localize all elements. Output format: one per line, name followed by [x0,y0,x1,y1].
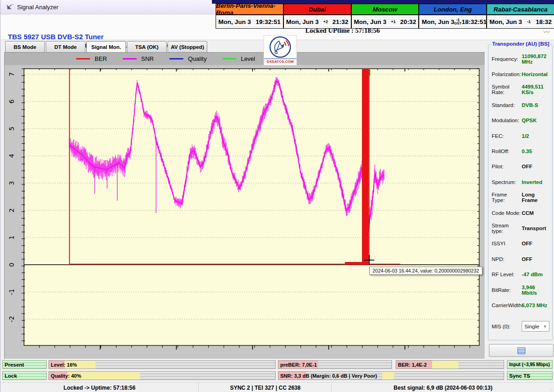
clock-city-label: London, Eng [419,4,486,15]
tab-dt-mode[interactable]: DT Mode [46,41,85,53]
transponder-row-value: 4499,511 KS/s [522,84,551,95]
transponder-row-code-mode-: Code Mode:CCM [492,205,551,220]
transponder-row-value: OFF [522,256,532,262]
transponder-row-label: CarrierWidth: [492,303,521,308]
sync-ts-indicator: Sync TS [507,371,553,380]
tab-signal-mon-[interactable]: Signal Mon. [86,41,126,53]
transponder-row-spectrum-: Spectrum:Inverted [492,174,551,190]
clock-time-value: 19:32:51 [256,18,281,25]
svg-text:2: 2 [8,208,15,213]
transponder-row-npd-: NPD:OFF [492,251,551,267]
transponder-row-value: Transport [522,226,546,231]
clock-date: Mon, Jun 3 [422,18,454,25]
ber-bar: BER: 1,4E-2 [396,360,504,369]
export-snapshot-button[interactable] [489,344,554,357]
clock-rabat-casablanca: Rabat-CasablancaMon, Jun 3-118:32 [487,4,554,28]
clock-date: Mon, Jun 3 [218,18,251,25]
transponder-row-value: 0.35 [522,148,532,154]
signal-chart[interactable]: 76543210-1-2 [5,53,485,359]
transponder-row-label: Pilot: [492,164,521,169]
transponder-row-label: NPD: [492,256,521,262]
transponder-row-symbol-rate-: Symbol Rate:4499,511 KS/s [492,82,551,97]
transponder-row-fec-: FEC:1/2 [492,128,551,143]
snr-bar-label: SNR: 3,3 dB (Margin: 0,6 dB | Very Poor) [280,372,377,380]
clock-dubai: DubaiMon, Jun 3+221:32 [284,4,351,28]
clock-utc-offset: +2 [319,20,332,24]
svg-text:0: 0 [8,263,15,267]
transponder-row-label: Stream type: [492,223,521,234]
svg-text:3: 3 [8,181,15,185]
clock-city-label: Dubai [284,4,351,15]
transponder-row-value: CCM [522,210,534,216]
dxsatcs-logo-text: DXSATCS.COM [264,59,296,64]
clock-time-value: 21:32 [332,18,349,25]
clock-berlin-paris-vienna-roma: Berlin-Paris-Vienna-RomaMon, Jun 319:32:… [216,4,283,28]
dxsatcs-logo-emblem [269,36,292,59]
resize-grip-icon[interactable]: .: [549,386,553,392]
clock-london-eng: London, EngMon, Jun 3-1DST18:32:51 [419,4,486,28]
mode-tabs: BS ModeDT ModeSignal Mon.TSA (OK)AV (Sto… [5,41,207,53]
clock-moscow: MoscowMon, Jun 3+120:32 [352,4,419,28]
stripes-icon [518,347,525,354]
transponder-row-value: OFF [522,164,532,169]
world-clocks: Berlin-Paris-Vienna-RomaMon, Jun 319:32:… [216,4,554,29]
signal-chart-panel: BERSNRQualityLevel 76543210-1-2 2024-06-… [4,52,485,359]
status-segment-3: Best signal: 6,9 dB (2024-06-03 00:13) [332,383,554,392]
transponder-row-value: 6,073 MHz [522,303,548,308]
transponder-row-value: 11090,872 MHz [522,53,551,65]
transponder-group-title: Transponder (AU) [BS] [491,41,551,47]
clock-city-label: Berlin-Paris-Vienna-Roma [216,4,283,15]
lock-indicator: Lock [2,371,47,380]
transponder-row-label: Modulation: [492,118,521,123]
transponder-row-label: ISSYI [492,241,521,246]
tab-av-stopped-[interactable]: AV (Stopped) [168,41,207,53]
chart-tooltip: 2024-06-03 16.44.24, value: 0,2000000029… [369,267,482,275]
clock-time-value: 20:32 [400,18,416,25]
mis-select[interactable]: Single ▼ [522,321,549,332]
tab-bs-mode[interactable]: BS Mode [5,41,45,53]
clock-city-label: Rabat-Casablanca [487,4,554,15]
svg-text:6: 6 [8,99,15,103]
transponder-row-pilot-: Pilot:OFF [492,159,551,174]
clock-date: Mon, Jun 3 [354,18,387,25]
transponder-row-label: RollOff: [492,148,521,154]
tab-tsa-ok-[interactable]: TSA (OK) [127,41,167,53]
svg-text:5: 5 [8,127,15,131]
transponder-row-label: Code Mode: [492,210,521,216]
ber-bar-fill [432,361,458,368]
clock-time-row: Mon, Jun 3-118:32 [487,15,554,28]
transponder-row-value: 3,946 Mbit/s [522,285,551,296]
transponder-row-issyi: ISSYIOFF [492,236,551,251]
transponder-row-label: Frequency: [492,56,521,62]
tuner-name: TBS 5927 USB DVB-S2 Tuner [8,33,103,41]
svg-text:1: 1 [8,236,15,240]
transponder-row-label: Polarization: [492,71,521,77]
preber-bar: preBER: 7,0E-1 [278,360,392,369]
transponder-row-stream-type-: Stream type:Transport [492,220,551,236]
transponder-row-value: Long Frame [522,192,551,203]
snr-bar: SNR: 3,3 dB (Margin: 0,6 dB | Very Poor) [278,371,504,380]
preber-bar-label: preBER: 7,0E-1 [280,361,317,368]
snr-bar-fill [382,372,394,380]
clock-time-row: Mon, Jun 3-1DST18:32:51 [419,15,486,28]
transponder-row-rolloff-: RollOff:0.35 [492,143,551,159]
transponder-row-standard-: Standard:DVB-S [492,97,551,113]
transponder-row-value: OFF [522,241,532,246]
transponder-row-label: BitRate: [492,287,521,293]
dxsatcs-logo: DXSATCS.COM [264,35,297,65]
clock-time-value: 18:32:51 [462,18,487,25]
transponder-row-carrierwidth-: CarrierWidth:6,073 MHz [492,297,551,313]
transponder-row-value: Horizontal [522,71,548,77]
mis-label: MIS (0): [492,324,521,329]
clock-time-row: Mon, Jun 3+120:32 [352,15,419,28]
clock-utc-offset: -1DST [454,18,462,25]
chevron-down-icon: ▼ [543,324,549,329]
transponder-rows: Frequency:11090,872 MHzPolarization:Hori… [492,51,551,313]
transponder-row-label: Frame Type: [492,192,521,203]
clock-utc-offset: +1 [386,20,400,24]
quality-bar: Quality: 40% [48,371,276,380]
transponder-group: Transponder (AU) [BS] Frequency:11090,87… [488,44,553,340]
transponder-row-polarization-: Polarization:Horizontal [492,66,551,82]
mis-selected-value: Single [524,324,539,329]
transponder-row-rf-level-: RF Level:-47 dBm [492,267,551,282]
